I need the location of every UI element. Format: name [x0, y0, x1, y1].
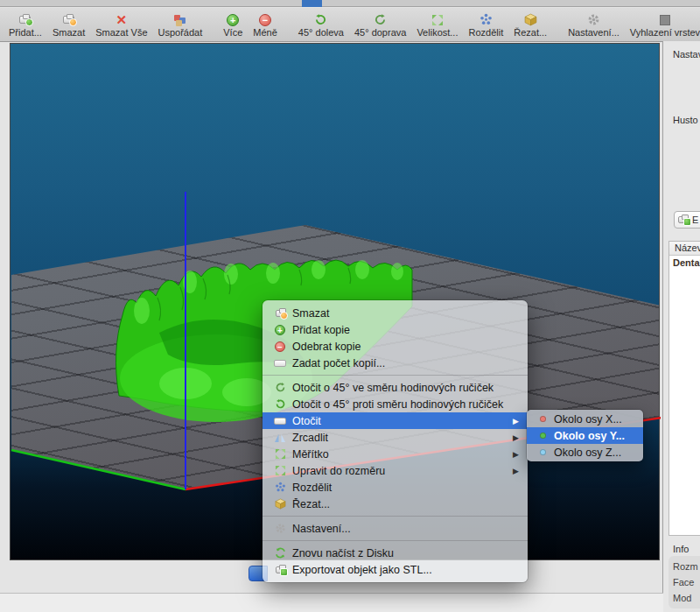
mirror-icon	[273, 431, 287, 444]
rotate-cw-icon	[374, 12, 387, 27]
context-menu: Smazat + Přidat kopie − Odebrat kopie Za…	[262, 300, 528, 582]
menu-separator	[262, 540, 528, 541]
submenu-arrow-icon: ▶	[513, 450, 519, 459]
delete-box-icon	[63, 12, 74, 27]
object-list-row[interactable]: Dental_	[669, 256, 700, 268]
gear-icon	[273, 522, 287, 535]
cut-button[interactable]: Řezat...	[508, 9, 552, 40]
cut-cube-icon	[524, 12, 537, 27]
menu-item-set-copies[interactable]: Zadat počet kopií...	[262, 355, 528, 371]
white-rect-icon	[273, 414, 287, 427]
submenu-item-around-x[interactable]: Okolo osy X...	[527, 411, 643, 427]
size-button[interactable]: Velikost...	[411, 9, 463, 40]
rotate-left-button[interactable]: 45° doleva	[293, 9, 349, 40]
plus-circle-icon: +	[273, 323, 287, 336]
info-row-model: Mod	[673, 590, 700, 606]
gear-icon	[587, 12, 600, 27]
rotate-right-button[interactable]: 45° doprava	[349, 9, 411, 40]
export-box-icon	[678, 215, 689, 225]
text-field-icon	[273, 356, 287, 369]
rotate-cw-icon	[273, 381, 287, 394]
axis-z-dot-icon	[540, 449, 546, 455]
axis-y-dot-icon	[540, 433, 546, 439]
object-list[interactable]: Název Dental_	[668, 241, 700, 536]
info-box: Rozm Face Mod	[668, 556, 700, 608]
submenu-item-around-y[interactable]: Okolo osy Y...	[527, 427, 643, 444]
arrange-cubes-icon	[173, 12, 186, 27]
submenu-arrow-icon: ▶	[513, 467, 519, 475]
tab-strip	[0, 0, 700, 7]
axis-x-dot-icon	[540, 416, 546, 422]
menu-separator	[262, 516, 528, 517]
menu-item-settings[interactable]: Nastavení...	[262, 520, 528, 537]
menu-item-rotate[interactable]: Otočit ▶	[262, 412, 528, 429]
add-button[interactable]: Přidat...	[4, 9, 47, 40]
layer-square-icon	[660, 12, 670, 27]
status-bar	[0, 594, 663, 612]
split-button[interactable]: Rozdělit	[463, 9, 508, 40]
info-row-facets: Face	[673, 574, 700, 590]
slicer-window: Přidat... Smazat ✕ Smazat Vše Uspořádat …	[0, 0, 700, 612]
add-box-icon	[19, 12, 31, 27]
menu-item-fit-to-size[interactable]: Upravit do rozměru ▶	[262, 462, 528, 479]
scale-arrows-icon	[273, 447, 287, 461]
right-panel: Nastav Husto E Název Dental_ Info Rozm F…	[662, 41, 700, 612]
scale-arrows-icon	[431, 12, 444, 27]
rotate-submenu: Okolo osy X... Okolo osy Y... Okolo osy …	[527, 410, 643, 461]
info-label: Info	[673, 544, 689, 554]
rotate-ccw-icon	[273, 397, 287, 411]
fewer-copies-button[interactable]: − Méně	[248, 9, 283, 40]
menu-item-remove-copy[interactable]: − Odebrat kopie	[262, 338, 528, 355]
settings-button[interactable]: Nastavení...	[563, 9, 625, 40]
menu-item-split[interactable]: Rozdělit	[262, 479, 528, 496]
submenu-arrow-icon: ▶	[513, 433, 519, 442]
menu-item-add-copy[interactable]: + Přidat kopie	[262, 321, 528, 338]
menu-item-rotate-cw-45[interactable]: Otočit o 45° ve směru hodinových ručiček	[262, 379, 528, 396]
menu-item-export-stl[interactable]: Exportovat objekt jako STL...	[262, 561, 528, 578]
panel-export-button[interactable]: E	[674, 211, 700, 229]
delete-button[interactable]: Smazat	[47, 9, 90, 40]
split-dots-icon	[480, 12, 493, 27]
submenu-arrow-icon: ▶	[513, 417, 519, 426]
export-box-icon	[273, 563, 287, 576]
menu-item-reload-from-disk[interactable]: Znovu načíst z Disku	[262, 545, 528, 561]
menu-item-scale[interactable]: Měřítko ▶	[262, 446, 528, 462]
minus-circle-icon: −	[273, 340, 287, 353]
axis-y	[11, 450, 186, 489]
object-list-header: Název	[669, 242, 700, 256]
panel-label-settings: Nastav	[673, 49, 700, 60]
layer-smoothing-button[interactable]: Vyhlazení vrstev	[625, 9, 700, 40]
toolbar: Přidat... Smazat ✕ Smazat Vše Uspořádat …	[0, 8, 700, 42]
reload-icon	[273, 546, 287, 559]
menu-separator	[262, 375, 528, 376]
submenu-item-around-z[interactable]: Okolo osy Z...	[527, 444, 643, 461]
delete-box-icon	[273, 306, 287, 320]
menu-item-cut[interactable]: Řezat...	[262, 496, 528, 512]
cut-cube-icon	[273, 497, 287, 510]
more-copies-button[interactable]: + Více	[218, 9, 248, 40]
menu-item-delete[interactable]: Smazat	[262, 305, 528, 321]
arrange-button[interactable]: Uspořádat	[153, 9, 208, 40]
menu-item-mirror[interactable]: Zrcadlit ▶	[262, 429, 528, 446]
delete-all-x-icon: ✕	[116, 12, 128, 27]
delete-all-button[interactable]: ✕ Smazat Vše	[90, 9, 152, 40]
tab-strip-accent	[302, 0, 322, 7]
info-row-size: Rozm	[673, 559, 700, 574]
menu-item-rotate-ccw-45[interactable]: Otočit o 45° proti směru hodinových ruči…	[262, 396, 528, 412]
panel-label-density: Husto	[673, 115, 698, 125]
plus-circle-icon: +	[227, 12, 239, 27]
split-dots-icon	[273, 481, 287, 494]
minus-circle-icon: −	[259, 12, 271, 27]
scale-arrows-icon	[273, 464, 287, 477]
rotate-ccw-icon	[314, 12, 327, 27]
